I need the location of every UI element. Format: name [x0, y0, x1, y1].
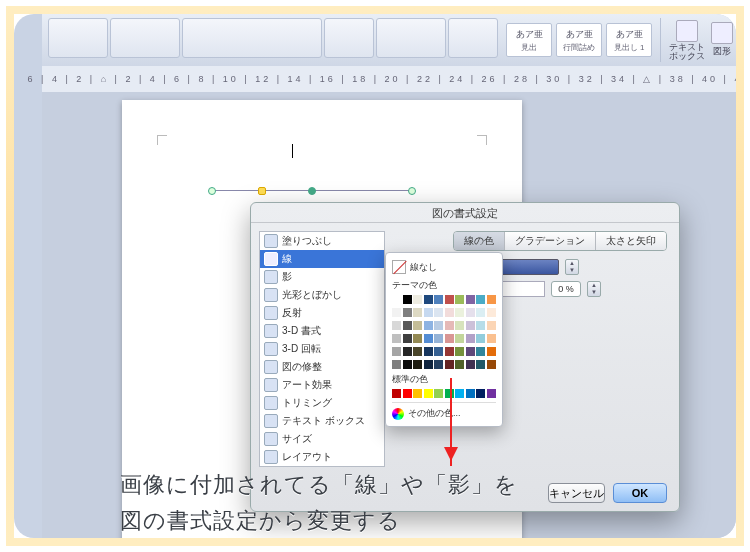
- sidebar-item[interactable]: 反射: [260, 304, 384, 322]
- shapes-button[interactable]: 図形: [711, 22, 733, 58]
- rotate-handle[interactable]: [258, 187, 266, 195]
- color-swatch[interactable]: [445, 334, 454, 343]
- color-swatch[interactable]: [487, 295, 496, 304]
- color-swatch[interactable]: [445, 360, 454, 369]
- sidebar-item[interactable]: 光彩とぼかし: [260, 286, 384, 304]
- color-swatch[interactable]: [487, 360, 496, 369]
- color-swatch[interactable]: [476, 308, 485, 317]
- color-swatch[interactable]: [476, 321, 485, 330]
- color-swatch[interactable]: [476, 360, 485, 369]
- ribbon-group[interactable]: [110, 18, 180, 58]
- color-swatch[interactable]: [476, 347, 485, 356]
- color-swatch[interactable]: [392, 334, 401, 343]
- resize-handle[interactable]: [208, 187, 216, 195]
- color-swatch[interactable]: [392, 308, 401, 317]
- ribbon-group[interactable]: [48, 18, 108, 58]
- color-swatch[interactable]: [455, 295, 464, 304]
- color-swatch[interactable]: [466, 334, 475, 343]
- color-swatch[interactable]: [455, 334, 464, 343]
- color-swatch[interactable]: [434, 347, 443, 356]
- picture-button[interactable]: 図: [739, 22, 744, 58]
- color-swatch[interactable]: [403, 321, 412, 330]
- color-swatch[interactable]: [403, 295, 412, 304]
- color-swatch[interactable]: [413, 347, 422, 356]
- color-swatch[interactable]: [434, 321, 443, 330]
- sidebar-item[interactable]: 図の修整: [260, 358, 384, 376]
- sidebar-item[interactable]: 影: [260, 268, 384, 286]
- ribbon-group[interactable]: [324, 18, 374, 58]
- color-swatch[interactable]: [445, 389, 454, 398]
- line-tab[interactable]: グラデーション: [505, 232, 596, 250]
- color-swatch[interactable]: [434, 360, 443, 369]
- color-swatch[interactable]: [424, 295, 433, 304]
- cancel-button[interactable]: キャンセル: [548, 483, 605, 503]
- opacity-value[interactable]: 0 %: [551, 281, 581, 297]
- color-swatch[interactable]: [424, 360, 433, 369]
- color-swatch[interactable]: [434, 389, 443, 398]
- color-swatch[interactable]: [476, 295, 485, 304]
- color-swatch[interactable]: [392, 360, 401, 369]
- color-swatch[interactable]: [445, 347, 454, 356]
- color-swatch[interactable]: [413, 321, 422, 330]
- color-swatch[interactable]: [424, 321, 433, 330]
- color-swatch[interactable]: [424, 308, 433, 317]
- color-swatch[interactable]: [434, 308, 443, 317]
- color-swatch[interactable]: [392, 347, 401, 356]
- sidebar-item[interactable]: トリミング: [260, 394, 384, 412]
- color-swatch[interactable]: [466, 389, 475, 398]
- color-swatch[interactable]: [455, 321, 464, 330]
- sidebar-item[interactable]: 塗りつぶし: [260, 232, 384, 250]
- color-swatch[interactable]: [445, 321, 454, 330]
- resize-handle[interactable]: [408, 187, 416, 195]
- color-swatch[interactable]: [413, 360, 422, 369]
- color-swatch[interactable]: [487, 347, 496, 356]
- color-swatch[interactable]: [413, 295, 422, 304]
- color-swatch[interactable]: [487, 308, 496, 317]
- color-swatch[interactable]: [466, 360, 475, 369]
- no-line-option[interactable]: 線なし: [392, 259, 496, 275]
- color-dropdown-button[interactable]: ▲▼: [565, 259, 579, 275]
- color-swatch[interactable]: [424, 347, 433, 356]
- selected-shape-line[interactable]: [212, 190, 412, 191]
- color-swatch[interactable]: [424, 389, 433, 398]
- color-swatch[interactable]: [434, 295, 443, 304]
- horizontal-ruler[interactable]: 6 | 4 | 2 | ⌂ | 2 | 4 | 6 | 8 | 10 | 12 …: [42, 66, 736, 92]
- color-swatch[interactable]: [487, 334, 496, 343]
- color-swatch[interactable]: [413, 334, 422, 343]
- resize-handle[interactable]: [308, 187, 316, 195]
- style-preset[interactable]: あア亜 見出し 1: [606, 23, 652, 57]
- color-swatch[interactable]: [424, 334, 433, 343]
- color-swatch[interactable]: [487, 389, 496, 398]
- sidebar-item[interactable]: アート効果: [260, 376, 384, 394]
- color-swatch[interactable]: [455, 308, 464, 317]
- sidebar-item[interactable]: 3-D 書式: [260, 322, 384, 340]
- color-swatch[interactable]: [476, 334, 485, 343]
- color-swatch[interactable]: [455, 347, 464, 356]
- style-preset[interactable]: あア亜 見出: [506, 23, 552, 57]
- ribbon-group[interactable]: [182, 18, 322, 58]
- sidebar-item[interactable]: 3-D 回転: [260, 340, 384, 358]
- color-swatch[interactable]: [403, 360, 412, 369]
- color-swatch[interactable]: [392, 389, 401, 398]
- color-swatch[interactable]: [445, 308, 454, 317]
- sidebar-item[interactable]: 線: [260, 250, 384, 268]
- color-swatch[interactable]: [466, 321, 475, 330]
- color-swatch[interactable]: [455, 360, 464, 369]
- color-swatch[interactable]: [434, 334, 443, 343]
- sidebar-item[interactable]: レイアウト: [260, 448, 384, 466]
- color-swatch[interactable]: [413, 308, 422, 317]
- more-colors-option[interactable]: その他の色...: [392, 402, 496, 420]
- color-swatch[interactable]: [413, 389, 422, 398]
- color-swatch[interactable]: [403, 389, 412, 398]
- color-swatch[interactable]: [466, 308, 475, 317]
- color-swatch[interactable]: [476, 389, 485, 398]
- color-swatch[interactable]: [466, 347, 475, 356]
- opacity-stepper[interactable]: ▲▼: [587, 281, 601, 297]
- color-swatch[interactable]: [403, 308, 412, 317]
- sidebar-item[interactable]: サイズ: [260, 430, 384, 448]
- color-swatch[interactable]: [445, 295, 454, 304]
- ribbon-group[interactable]: [376, 18, 446, 58]
- color-swatch[interactable]: [455, 389, 464, 398]
- sidebar-item[interactable]: 代替テキスト: [260, 466, 384, 467]
- style-preset[interactable]: あア亜 行間詰め: [556, 23, 602, 57]
